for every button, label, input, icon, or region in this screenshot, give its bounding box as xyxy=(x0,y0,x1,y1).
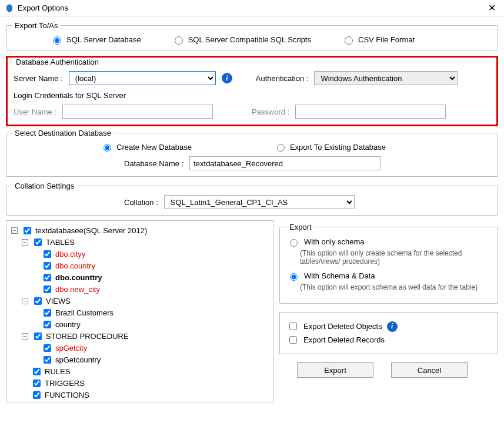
auth-group: Database Authentication Server Name : (l… xyxy=(8,58,496,125)
dest-existing-label: Export To Existing Database xyxy=(290,143,386,152)
export-schema-only-radio[interactable] xyxy=(290,239,298,247)
sp-item[interactable]: spGetcity xyxy=(55,344,87,352)
expand-icon[interactable]: − xyxy=(22,298,28,304)
table-check[interactable] xyxy=(44,262,51,270)
view-check[interactable] xyxy=(44,309,51,317)
table-item[interactable]: dbo.cityy xyxy=(55,250,85,258)
dest-create-new-label: Create New Database xyxy=(116,143,192,152)
window-title: Export Options xyxy=(18,4,485,12)
expand-icon[interactable]: − xyxy=(22,239,28,246)
collation-label: Collation : xyxy=(124,198,158,207)
export-schema-data[interactable]: With Schema & Data xyxy=(287,271,490,281)
destination-group: Select Destination Database Create New D… xyxy=(6,129,498,177)
sp-item[interactable]: spGetcountry xyxy=(55,355,101,364)
view-check[interactable] xyxy=(44,321,51,328)
view-item[interactable]: Brazil Customers xyxy=(55,308,114,317)
sp-item-check[interactable] xyxy=(44,344,51,352)
rules-check[interactable] xyxy=(33,368,41,375)
collation-select[interactable]: SQL_Latin1_General_CP1_CI_AS xyxy=(164,195,355,209)
views-check[interactable] xyxy=(34,297,42,305)
db-name-label: Database Name : xyxy=(124,159,183,168)
tree-root-label[interactable]: textdatabasee(SQL Server 2012) xyxy=(35,226,147,235)
login-creds-label: Login Credentials for SQL Server xyxy=(14,91,490,100)
dest-create-new-radio[interactable] xyxy=(104,144,111,152)
export-opt-csv-radio[interactable] xyxy=(345,36,353,45)
functions-check[interactable] xyxy=(33,391,41,399)
export-opt-db-radio[interactable] xyxy=(53,36,61,45)
auth-highlight-box: Database Authentication Server Name : (l… xyxy=(6,56,498,126)
dest-existing[interactable]: Export To Existing Database xyxy=(274,142,386,152)
deleted-options-panel: Export Deleted Objects i Export Deleted … xyxy=(279,312,498,354)
view-item[interactable]: country xyxy=(55,320,81,329)
export-opt-scripts[interactable]: SQL Server Compatible SQL Scripts xyxy=(172,35,311,45)
export-opt-csv[interactable]: CSV File Format xyxy=(342,35,415,45)
table-item[interactable]: dbo.country xyxy=(55,261,95,270)
export-to-as-legend: Export To/As xyxy=(12,21,60,30)
cancel-button[interactable]: Cancel xyxy=(391,362,468,378)
username-label: User Name : xyxy=(14,108,56,116)
export-button[interactable]: Export xyxy=(297,362,373,378)
collation-legend: Collation Settings xyxy=(12,182,76,190)
app-icon xyxy=(5,4,14,13)
sp-check[interactable] xyxy=(34,332,42,340)
export-schema-only[interactable]: With only schema xyxy=(287,237,490,247)
table-item[interactable]: dbo.counttry xyxy=(55,273,102,282)
export-opt-scripts-radio[interactable] xyxy=(175,36,183,45)
authentication-label: Authentication : xyxy=(256,74,309,83)
sp-label[interactable]: STORED PROCEDURE xyxy=(46,332,129,341)
export-deleted-objects-label: Export Deleted Objects xyxy=(303,322,382,331)
close-button[interactable]: ✕ xyxy=(485,2,499,14)
triggers-label[interactable]: TRIGGERS xyxy=(45,379,85,388)
export-options-legend: Export xyxy=(287,223,314,231)
export-schema-data-label: With Schema & Data xyxy=(304,271,375,280)
username-input[interactable] xyxy=(62,105,213,119)
object-tree[interactable]: − textdatabasee(SQL Server 2012) − TABLE… xyxy=(6,220,273,402)
info-icon[interactable]: i xyxy=(387,321,398,332)
export-deleted-objects-check[interactable] xyxy=(289,322,297,330)
sp-item-check[interactable] xyxy=(44,356,51,364)
table-check[interactable] xyxy=(44,285,51,293)
export-opt-csv-label: CSV File Format xyxy=(358,35,415,44)
tables-check[interactable] xyxy=(34,238,42,246)
password-input[interactable] xyxy=(295,105,446,119)
table-item[interactable]: dbo.new_city xyxy=(55,285,100,294)
views-label[interactable]: VIEWS xyxy=(46,297,71,305)
export-opt-db[interactable]: SQL Server Database xyxy=(50,35,141,45)
dest-existing-radio[interactable] xyxy=(277,144,285,152)
export-options-group: Export With only schema (This option wil… xyxy=(279,223,498,304)
tables-label[interactable]: TABLES xyxy=(46,238,75,247)
authentication-select[interactable]: Windows Authentication xyxy=(314,71,458,85)
db-name-input[interactable] xyxy=(189,156,381,170)
expand-icon[interactable]: − xyxy=(22,333,28,340)
export-deleted-records-check[interactable] xyxy=(289,336,297,344)
destination-legend: Select Destination Database xyxy=(12,129,114,137)
server-name-label: Server Name : xyxy=(14,74,63,83)
export-schema-only-desc: (This option will only create schema for… xyxy=(287,249,490,266)
export-schema-data-desc: (This option will export schema as well … xyxy=(287,283,490,291)
tree-root-check[interactable] xyxy=(24,227,31,234)
export-deleted-records-label: Export Deleted Records xyxy=(303,335,385,344)
expand-icon[interactable]: − xyxy=(11,227,18,234)
export-to-as-group: Export To/As SQL Server Database SQL Ser… xyxy=(6,21,498,51)
password-label: Password : xyxy=(252,108,289,116)
export-opt-db-label: SQL Server Database xyxy=(66,35,141,44)
table-check[interactable] xyxy=(44,274,51,281)
rules-label[interactable]: RULES xyxy=(45,367,70,376)
title-bar: Export Options ✕ xyxy=(0,0,504,16)
export-opt-scripts-label: SQL Server Compatible SQL Scripts xyxy=(188,35,311,44)
export-schema-only-label: With only schema xyxy=(304,237,365,246)
server-name-select[interactable]: (local) xyxy=(69,71,216,85)
info-icon[interactable]: i xyxy=(222,73,232,83)
functions-label[interactable]: FUNCTIONS xyxy=(45,391,89,399)
triggers-check[interactable] xyxy=(33,379,41,387)
table-check[interactable] xyxy=(44,250,51,258)
collation-group: Collation Settings Collation : SQL_Latin… xyxy=(6,182,498,216)
dest-create-new[interactable]: Create New Database xyxy=(101,142,192,152)
auth-legend: Database Authentication xyxy=(14,58,101,66)
export-schema-data-radio[interactable] xyxy=(290,273,298,281)
